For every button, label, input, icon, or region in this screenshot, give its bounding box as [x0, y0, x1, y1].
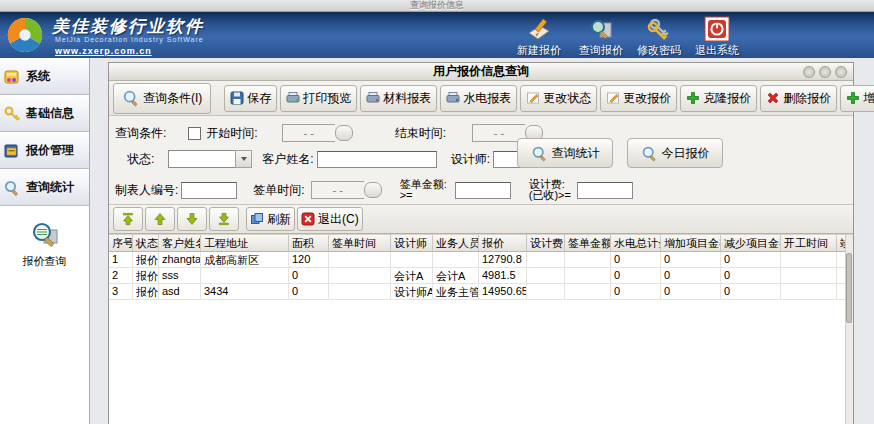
change-password-action[interactable]: 修改密码 [628, 16, 690, 58]
query-conditions-button[interactable]: 查询条件(I) [113, 83, 211, 114]
new-quote-icon [508, 16, 570, 42]
column-header-6[interactable]: 设计师 [391, 235, 433, 252]
status-dropdown[interactable] [168, 150, 252, 168]
vertical-scrollbar[interactable] [845, 235, 853, 424]
column-header-8[interactable]: 报价 [479, 235, 527, 252]
sidebar-item-quote-management[interactable]: 报价管理 [0, 132, 89, 169]
first-record-button[interactable] [113, 207, 143, 231]
next-record-button[interactable] [177, 207, 207, 231]
utility-report-button[interactable]: 水电报表 [440, 85, 517, 112]
column-header-5[interactable]: 签单时间 [329, 235, 391, 252]
table-cell: 会计A [391, 268, 433, 284]
window-minimize-button[interactable] [803, 66, 815, 78]
last-record-button[interactable] [209, 207, 239, 231]
table-cell: 0 [289, 268, 329, 284]
material-report-button[interactable]: 材料报表 [360, 85, 437, 112]
column-header-1[interactable]: 状态 [133, 235, 159, 252]
quote-query-window: 用户报价信息查询 查询条件(I) 保存 [108, 62, 854, 424]
maker-id-input[interactable] [181, 182, 237, 199]
table-row-2[interactable]: 2报价sss0会计A会计A4981.5000 [109, 268, 853, 284]
delete-quote-button[interactable]: 删除报价 [760, 85, 837, 112]
save-button[interactable]: 保存 [224, 85, 277, 112]
today-quotes-button[interactable]: 今日报价 [627, 138, 723, 168]
os-titlebar: 查询报价信息 [0, 0, 874, 12]
basic-info-icon [3, 105, 21, 123]
table-cell [781, 284, 837, 300]
sidebar-item-query-statistics[interactable]: 查询统计 [0, 169, 89, 206]
exit-system-action[interactable]: 退出系统 [686, 16, 748, 58]
quote-management-icon [3, 142, 21, 160]
customer-name-label: 客户姓名: [262, 151, 313, 168]
filter-panel: 查询条件: 开始时间: - - 结束时间: - - 状态: [109, 116, 853, 205]
calendar-button[interactable] [335, 125, 353, 141]
column-header-10[interactable]: 签单金额 [565, 235, 611, 252]
table-cell [433, 252, 479, 268]
first-record-icon [121, 212, 135, 226]
plus-icon [846, 91, 860, 105]
sign-amount-input[interactable] [455, 182, 511, 199]
sidebar-item-system[interactable]: 系统 [0, 58, 89, 95]
table-cell [329, 268, 391, 284]
table-cell [565, 284, 611, 300]
design-fee-input[interactable] [577, 182, 633, 199]
exit-button[interactable]: 退出(C) [297, 207, 363, 231]
print-preview-button[interactable]: 打印预览 [280, 85, 357, 112]
sign-time-picker[interactable]: - - [311, 181, 382, 199]
refresh-button[interactable]: 刷新 [246, 207, 295, 231]
window-close-button[interactable] [835, 66, 847, 78]
column-header-0[interactable]: 序号 [109, 235, 133, 252]
table-cell [565, 252, 611, 268]
app-subtitle: MeiJia Decoration Industry SoftWare [55, 36, 204, 43]
change-status-button[interactable]: 更改状态 [520, 85, 597, 112]
table-row-1[interactable]: 1报价zhangtao成都高新区12012790.8000 [109, 252, 853, 268]
column-header-2[interactable]: 客户姓名 [159, 235, 201, 252]
column-header-14[interactable]: 开工时间 [781, 235, 837, 252]
column-header-9[interactable]: 设计费 ( [527, 235, 565, 252]
new-quote-action[interactable]: 新建报价 [508, 16, 570, 58]
magnifier-icon [531, 145, 548, 162]
table-cell: 0 [661, 284, 721, 300]
sidebar-item-label: 报价管理 [26, 142, 74, 159]
start-time-checkbox[interactable] [188, 127, 201, 140]
query-quote-action[interactable]: 查询报价 [570, 16, 632, 58]
customer-name-input[interactable] [317, 151, 437, 168]
column-header-12[interactable]: 增加项目金额 [661, 235, 721, 252]
query-statistics-button[interactable]: 查询统计 [517, 138, 613, 168]
calendar-button[interactable] [364, 182, 382, 198]
table-cell: 0 [721, 268, 781, 284]
change-quote-button[interactable]: 更改报价 [600, 85, 677, 112]
sidebar-item-basic-info[interactable]: 基础信息 [0, 95, 89, 132]
app-logo-icon [6, 16, 44, 54]
dropdown-arrow-icon [235, 150, 252, 168]
magnifier-icon [641, 145, 658, 162]
column-header-13[interactable]: 减少项目金额 [721, 235, 781, 252]
previous-record-button[interactable] [145, 207, 175, 231]
column-header-7[interactable]: 业务人员 [433, 235, 479, 252]
column-header-11[interactable]: 水电总计金 [611, 235, 661, 252]
app-website-link[interactable]: www.zxerp.com.cn [55, 46, 152, 56]
sidebar-shortcut-quote-query[interactable]: 报价查询 [0, 220, 89, 269]
table-cell [329, 252, 391, 268]
column-header-3[interactable]: 工程地址 [201, 235, 289, 252]
clone-quote-button[interactable]: 克隆报价 [680, 85, 757, 112]
add-item-button[interactable]: 增加项目 [840, 85, 874, 112]
table-cell: zhangtao [159, 252, 201, 268]
design-fee-label: 设计费: (已收)>= [529, 179, 571, 201]
maker-id-label: 制表人编号: [115, 182, 178, 199]
table-cell [565, 268, 611, 284]
table-row-3[interactable]: 3报价asd34340设计师A业务主管A14950.65000 [109, 284, 853, 300]
system-icon [3, 68, 21, 86]
table-cell [781, 268, 837, 284]
start-time-picker[interactable]: - - [282, 124, 353, 142]
query-quote-icon [570, 16, 632, 42]
sidebar: 系统 基础信息 报价管理 查询统计 报价查询 [0, 58, 90, 424]
window-buttons [803, 66, 847, 78]
app-title: 美佳装修行业软件 [52, 15, 204, 38]
scrollbar-thumb[interactable] [846, 253, 852, 323]
up-arrow-icon [153, 212, 167, 226]
column-header-4[interactable]: 面积 [289, 235, 329, 252]
table-cell: 0 [721, 284, 781, 300]
print-preview-icon [286, 91, 300, 105]
window-maximize-button[interactable] [819, 66, 831, 78]
quotes-table: 序号状态客户姓名工程地址面积签单时间设计师业务人员报价设计费 (签单金额水电总计… [109, 234, 853, 424]
